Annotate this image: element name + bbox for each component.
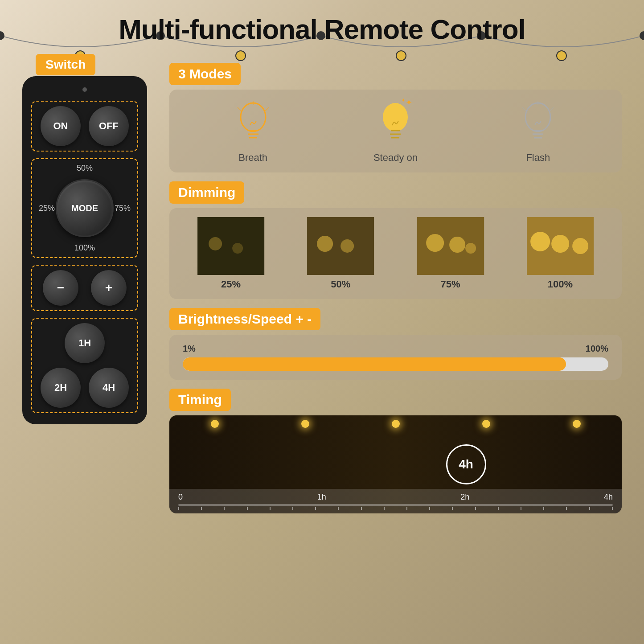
timing-timeline: 0 1h 2h 4h (169, 489, 622, 513)
off-button[interactable]: OFF (89, 106, 129, 146)
tick-2 (201, 507, 202, 510)
mode-steady-on: ✦ ✦ Steady on (373, 98, 418, 164)
main-layout: Switch ON OFF 50% 25% MODE 75% 100% (22, 63, 622, 513)
tick-19 (589, 507, 590, 510)
timer-1h-button[interactable]: 1H (65, 323, 105, 363)
timing-light-2 (301, 420, 309, 428)
mode-group: 50% 25% MODE 75% 100% (31, 158, 138, 258)
mode-label-100: 100% (74, 243, 95, 253)
svg-point-43 (426, 234, 444, 252)
mode-label-25: 25% (39, 204, 55, 213)
svg-line-31 (550, 107, 554, 111)
svg-point-49 (551, 235, 569, 253)
content-wrapper: Multi-functional Remote Control Switch O… (0, 0, 644, 527)
tick-4 (247, 507, 248, 510)
dim-label-100: 100% (548, 279, 573, 290)
svg-point-39 (317, 236, 333, 252)
plus-button[interactable]: + (91, 270, 127, 306)
breath-mode-label: Breath (238, 152, 267, 164)
mode-flash: Flash (518, 98, 558, 164)
on-button[interactable]: ON (41, 106, 81, 146)
dim-photo-25 (178, 217, 283, 275)
tick-14 (475, 507, 476, 510)
tick-1 (178, 507, 179, 510)
remote-body: ON OFF 50% 25% MODE 75% 100% − + (22, 76, 147, 424)
brightness-min-label: 1% (183, 344, 196, 354)
tick-3 (224, 507, 225, 510)
mode-dial-button[interactable]: MODE (56, 179, 114, 237)
tick-13 (452, 507, 453, 510)
dim-100: 100% (508, 217, 613, 290)
tick-12 (429, 507, 430, 510)
tick-11 (406, 507, 407, 510)
svg-point-40 (340, 239, 354, 253)
brightness-bar-fill (183, 357, 566, 371)
flash-mode-label: Flash (526, 152, 550, 164)
timing-clock: 4h (446, 444, 486, 484)
timer-row-2h-4h: 2H 4H (37, 368, 133, 408)
timeline-ticks (178, 507, 613, 510)
tick-8 (338, 507, 339, 510)
tick-16 (521, 507, 521, 510)
clock-circle: 4h (446, 444, 486, 484)
tick-5 (270, 507, 271, 510)
dim-photo-75 (398, 217, 503, 275)
minus-button[interactable]: − (43, 270, 78, 306)
dim-photo-100 (508, 217, 613, 275)
breath-bulb-icon (233, 98, 273, 148)
right-panel: 3 Modes (169, 63, 622, 513)
timeline-label-2h: 2h (460, 492, 469, 502)
remote-section: Switch ON OFF 50% 25% MODE 75% 100% (22, 63, 147, 424)
svg-point-44 (449, 237, 465, 253)
modes-card: Breath ✦ ✦ (169, 90, 622, 172)
timing-light-1 (211, 420, 219, 428)
dimming-section: Dimming 25% (169, 181, 622, 299)
dim-label-75: 75% (441, 279, 460, 290)
tick-20 (612, 507, 613, 510)
svg-rect-34 (197, 217, 264, 275)
tick-10 (384, 507, 385, 510)
dim-25: 25% (178, 217, 283, 290)
dimming-badge: Dimming (169, 181, 244, 204)
dimming-card: 25% 50% (169, 208, 622, 299)
modes-section: 3 Modes (169, 63, 622, 172)
svg-line-30 (522, 107, 526, 111)
timeline-bar (178, 504, 613, 506)
tick-18 (566, 507, 567, 510)
svg-point-50 (572, 238, 588, 254)
brightness-bar[interactable] (183, 357, 608, 371)
timeline-label-4h: 4h (604, 492, 613, 502)
svg-point-20 (383, 103, 408, 131)
mode-dial-area: 50% 25% MODE 75% 100% (37, 164, 133, 253)
dim-50: 50% (288, 217, 393, 290)
page-title: Multi-functional Remote Control (22, 13, 622, 45)
timing-light-3 (392, 420, 400, 428)
svg-point-45 (465, 243, 476, 254)
tick-17 (543, 507, 544, 510)
brightness-section: Brightness/Speed + - 1% 100% (169, 308, 622, 380)
timing-section: Timing 4 (169, 389, 622, 513)
plus-minus-group: − + (31, 265, 138, 311)
timer-4h-button[interactable]: 4H (89, 368, 129, 408)
timing-photo-bg: 4h 0 1h 2h 4h (169, 415, 622, 513)
svg-point-13 (241, 103, 266, 131)
timing-badge: Timing (169, 389, 231, 411)
svg-line-17 (238, 107, 241, 111)
ir-indicator (82, 87, 87, 92)
svg-text:✦: ✦ (406, 98, 412, 107)
svg-point-36 (232, 243, 243, 254)
tick-15 (498, 507, 499, 510)
mode-label-50: 50% (77, 164, 93, 173)
steady-bulb-icon: ✦ ✦ (375, 98, 415, 148)
flash-bulb-icon (518, 98, 558, 148)
modes-badge: 3 Modes (169, 63, 241, 85)
timing-light-5 (573, 420, 581, 428)
timing-card: 4h 0 1h 2h 4h (169, 415, 622, 513)
clock-label: 4h (459, 457, 473, 472)
tick-9 (361, 507, 362, 510)
timeline-labels: 0 1h 2h 4h (178, 492, 613, 502)
mode-breath: Breath (233, 98, 273, 164)
timer-2h-button[interactable]: 2H (41, 368, 81, 408)
dim-label-50: 50% (331, 279, 350, 290)
brightness-max-label: 100% (586, 344, 608, 354)
